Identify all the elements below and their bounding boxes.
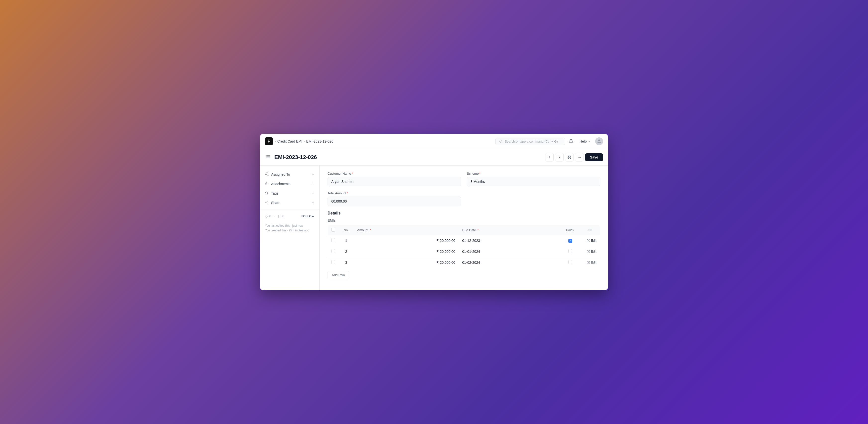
edit-button[interactable]: Edit xyxy=(584,261,597,264)
row-checkbox[interactable] xyxy=(331,260,335,264)
share-label: Share xyxy=(271,201,310,205)
sidebar-item-share[interactable]: Share + xyxy=(260,198,319,208)
search-icon xyxy=(499,140,503,143)
svg-line-15 xyxy=(266,202,267,202)
row-due-date: 01-01-2024 xyxy=(459,246,560,257)
row-due-date: 01-02-2024 xyxy=(459,257,560,268)
sidebar-item-attachments[interactable]: Attachments + xyxy=(260,179,319,189)
comments-stat[interactable]: 0 xyxy=(278,214,284,218)
likes-stat[interactable]: 0 xyxy=(265,214,271,218)
svg-point-1 xyxy=(598,140,600,141)
svg-point-7 xyxy=(579,157,580,157)
assigned-to-label: Assigned To xyxy=(271,173,310,176)
paid-checkbox[interactable] xyxy=(568,249,572,253)
row-amount: ₹ 20,000.00 xyxy=(354,235,459,246)
svg-point-9 xyxy=(266,173,267,174)
more-options-button[interactable] xyxy=(575,153,584,161)
help-button[interactable]: Help xyxy=(577,138,593,145)
sidebar: Assigned To + Attachments + Tags + xyxy=(260,166,319,290)
paid-checkbox[interactable] xyxy=(568,260,572,264)
save-button[interactable]: Save xyxy=(585,153,603,161)
scheme-label: Scheme* xyxy=(467,172,600,175)
print-button[interactable] xyxy=(565,153,574,161)
search-bar[interactable]: Search or type a command (Ctrl + G) xyxy=(495,138,565,145)
svg-point-6 xyxy=(578,157,579,157)
row-number: 2 xyxy=(339,246,354,257)
tags-add[interactable]: + xyxy=(312,191,314,195)
svg-point-8 xyxy=(580,157,581,157)
select-all-checkbox[interactable] xyxy=(331,228,335,232)
row-amount: ₹ 20,000.00 xyxy=(354,246,459,257)
share-add[interactable]: + xyxy=(312,201,314,205)
th-checkbox xyxy=(328,225,339,235)
sidebar-stats: 0 · 0 FOLLOW xyxy=(260,212,319,220)
follow-button[interactable]: FOLLOW xyxy=(302,214,314,218)
th-paid: Paid? xyxy=(560,225,580,235)
svg-point-13 xyxy=(267,203,268,204)
table-settings-button[interactable]: ⚙ xyxy=(588,228,592,233)
sidebar-item-assigned-to[interactable]: Assigned To + xyxy=(260,170,319,179)
th-gear[interactable]: ⚙ xyxy=(580,225,600,235)
share-icon xyxy=(265,201,269,205)
prev-button[interactable] xyxy=(545,153,554,161)
tags-label: Tags xyxy=(271,191,310,195)
attachments-label: Attachments xyxy=(271,182,310,186)
breadcrumb-chevron: › xyxy=(275,140,276,143)
table-row: 1₹ 20,000.0001-12-2023 Edit xyxy=(328,235,600,246)
svg-rect-5 xyxy=(568,157,570,159)
notification-bell[interactable] xyxy=(567,138,575,145)
total-amount-group: Total Amount* xyxy=(328,191,461,206)
breadcrumb-current[interactable]: EMI-2023-12-026 xyxy=(306,139,333,143)
row-checkbox[interactable] xyxy=(331,238,335,242)
row-edit[interactable]: Edit xyxy=(580,257,600,268)
total-amount-input[interactable] xyxy=(328,196,461,206)
svg-point-0 xyxy=(500,140,502,142)
customer-name-group: Customer Name* xyxy=(328,172,461,186)
menu-icon[interactable] xyxy=(265,154,271,161)
scheme-input[interactable] xyxy=(467,177,600,186)
search-placeholder: Search or type a command (Ctrl + G) xyxy=(505,140,558,143)
th-no: No. xyxy=(339,225,354,235)
th-due-date: Due Date * xyxy=(459,225,560,235)
add-row-button[interactable]: Add Row xyxy=(328,271,349,279)
next-button[interactable] xyxy=(555,153,564,161)
table-row: 3₹ 20,000.0001-02-2024 Edit xyxy=(328,257,600,268)
row-edit[interactable]: Edit xyxy=(580,235,600,246)
main-layout: Assigned To + Attachments + Tags + xyxy=(260,166,608,290)
assigned-to-icon xyxy=(265,172,269,177)
row-edit[interactable]: Edit xyxy=(580,246,600,257)
attachments-icon xyxy=(265,182,269,186)
breadcrumb-parent[interactable]: Credit Card EMI xyxy=(277,139,302,143)
table-row: 2₹ 20,000.0001-01-2024 Edit xyxy=(328,246,600,257)
content-area: Customer Name* Scheme* Total Amount* xyxy=(319,166,608,290)
svg-marker-10 xyxy=(265,191,268,194)
attachments-add[interactable]: + xyxy=(312,182,314,186)
page-title: EMI-2023-12-026 xyxy=(274,154,542,160)
row-number: 3 xyxy=(339,257,354,268)
paid-checkbox[interactable] xyxy=(568,239,572,243)
top-nav: F › Credit Card EMI › EMI-2023-12-026 Se… xyxy=(260,134,608,149)
sidebar-meta: You last edited this · just now You crea… xyxy=(260,220,319,236)
form-row-2: Total Amount* xyxy=(328,191,600,206)
last-edited-text: You last edited this · just now xyxy=(265,223,314,228)
row-due-date: 01-12-2023 xyxy=(459,235,560,246)
page-header: EMI-2023-12-026 Save xyxy=(260,149,608,166)
assigned-to-add[interactable]: + xyxy=(312,172,314,177)
section-title-details: Details xyxy=(328,211,600,215)
sidebar-item-tags[interactable]: Tags + xyxy=(260,189,319,198)
app-logo[interactable]: F xyxy=(265,138,273,145)
edit-button[interactable]: Edit xyxy=(584,249,597,253)
row-checkbox[interactable] xyxy=(331,249,335,253)
breadcrumb-sep2: › xyxy=(304,140,305,143)
edit-button[interactable]: Edit xyxy=(584,239,597,242)
breadcrumb: › Credit Card EMI › EMI-2023-12-026 xyxy=(275,139,333,143)
row-paid[interactable] xyxy=(560,235,580,246)
th-amount: Amount * xyxy=(354,225,459,235)
customer-name-input[interactable] xyxy=(328,177,461,186)
row-number: 1 xyxy=(339,235,354,246)
row-paid[interactable] xyxy=(560,257,580,268)
svg-point-11 xyxy=(267,201,268,202)
avatar[interactable] xyxy=(595,138,603,145)
chevron-down-icon xyxy=(588,140,591,143)
row-paid[interactable] xyxy=(560,246,580,257)
